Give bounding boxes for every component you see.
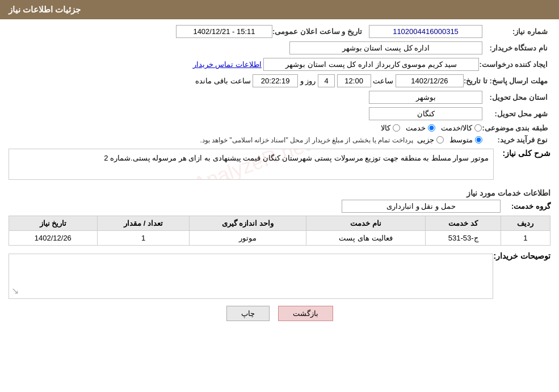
service-group-row: گروه خدمت: حمل و نقل و انبارداری xyxy=(9,200,550,213)
category-kala-khadamat-item: کالا/خدمت xyxy=(441,124,482,132)
purchase-type-row: نوع فرآیند خرید: متوسط جزیی پرداخت تمام … xyxy=(9,136,550,144)
col-name: نام خدمت xyxy=(306,216,426,231)
purchase-jozii-label: جزیی xyxy=(417,136,434,144)
cell-row: 1 xyxy=(501,231,550,246)
creator-label: ایجاد کننده درخواست: xyxy=(479,60,550,69)
creator-value: سید کریم موسوی کاربرداز اداره کل پست است… xyxy=(263,58,479,71)
cell-name: فعالیت های پست xyxy=(306,231,426,246)
print-button[interactable]: چاپ xyxy=(226,306,270,321)
deadline-label: مهلت ارسال پاسخ: تا تاریخ: xyxy=(464,77,550,85)
category-kala-label: کالا xyxy=(381,124,390,132)
province-label: استان محل تحویل: xyxy=(482,93,550,102)
service-group-label: گروه خدمت: xyxy=(505,202,550,210)
cell-date: 1402/12/26 xyxy=(9,231,98,246)
services-table: ردیف کد خدمت نام خدمت واحد اندازه گیری ت… xyxy=(9,216,550,246)
deadline-time: 12:00 xyxy=(337,74,371,87)
category-kala-khadamat-radio[interactable] xyxy=(474,124,482,132)
purchase-motawaset-label: متوسط xyxy=(449,136,473,144)
purchase-note: پرداخت تمام یا بخشی از مبلغ خریدار از مح… xyxy=(200,136,413,144)
deadline-date: 1402/12/26 xyxy=(396,74,464,87)
city-value: کنگان xyxy=(369,107,482,120)
purchase-radio-group: متوسط جزیی xyxy=(417,136,482,144)
announce-date-label: تاریخ و ساعت اعلان عمومی: xyxy=(272,27,365,36)
contact-link[interactable]: اطلاعات تماس خریدار xyxy=(193,60,262,69)
need-number-label: شماره نیاز: xyxy=(482,27,550,36)
category-kala-item: کالا xyxy=(381,124,400,132)
purchase-jozii-item: جزیی xyxy=(417,136,444,144)
col-quantity: تعداد / مقدار xyxy=(97,216,190,231)
deadline-days: 4 xyxy=(318,74,335,87)
org-name-label: نام دستگاه خریدار: xyxy=(482,44,550,52)
category-khadamat-item: خدمت xyxy=(406,124,435,132)
announce-date-value: 1402/12/21 - 15:11 xyxy=(176,25,272,38)
category-row: طبقه بندی موضوعی: کالا/خدمت خدمت کالا xyxy=(9,124,550,132)
narration-label: شرح کلی نیاز: xyxy=(494,149,550,158)
buyer-desc-row: توصیحات خریدار: ↘ xyxy=(9,251,550,299)
city-label: شهر محل تحویل: xyxy=(482,109,550,118)
table-row: 1ج-53-531فعالیت های پستموتور11402/12/26 xyxy=(9,231,550,246)
col-unit: واحد اندازه گیری xyxy=(190,216,306,231)
header-title: جزئیات اطلاعات نیاز xyxy=(9,5,81,14)
category-label: طبقه بندی موضوعی: xyxy=(482,124,550,132)
category-radio-group: کالا/خدمت خدمت کالا xyxy=(381,124,482,132)
cell-unit: موتور xyxy=(190,231,306,246)
province-row: استان محل تحویل: بوشهر xyxy=(9,91,550,104)
narration-text: موتور سوار مسلط به منطقه جهت توزیع مرسول… xyxy=(14,154,489,162)
col-row: ردیف xyxy=(501,216,550,231)
buyer-desc-label: توصیحات خریدار: xyxy=(493,251,550,260)
category-kala-radio[interactable] xyxy=(393,124,400,132)
category-khadamat-label: خدمت xyxy=(406,124,426,132)
cell-code: ج-53-531 xyxy=(426,231,501,246)
category-kala-khadamat-label: کالا/خدمت xyxy=(441,124,473,132)
service-group-value: حمل و نقل و انبارداری xyxy=(342,200,501,213)
need-number-row: شماره نیاز: 1102004416000315 تاریخ و ساع… xyxy=(9,25,550,38)
deadline-remaining-label: ساعت باقی مانده xyxy=(195,77,250,85)
org-name-row: نام دستگاه خریدار: اداره کل پست استان بو… xyxy=(9,41,550,54)
buttons-row: بازگشت چاپ xyxy=(9,306,550,321)
deadline-row: مهلت ارسال پاسخ: تا تاریخ: 1402/12/26 سا… xyxy=(9,74,550,87)
table-header: ردیف کد خدمت نام خدمت واحد اندازه گیری ت… xyxy=(9,216,550,231)
narration-row: شرح کلی نیاز: موتور سوار مسلط به منطقه ج… xyxy=(9,149,550,183)
cell-quantity: 1 xyxy=(97,231,190,246)
resize-icon: ↘ xyxy=(11,285,19,296)
table-body: 1ج-53-531فعالیت های پستموتور11402/12/26 xyxy=(9,231,550,246)
deadline-days-label: روز و xyxy=(300,77,316,85)
deadline-time-label: ساعت xyxy=(373,77,393,85)
page-header: جزئیات اطلاعات نیاز xyxy=(0,0,559,19)
city-row: شهر محل تحویل: کنگان xyxy=(9,107,550,120)
purchase-motawaset-radio[interactable] xyxy=(475,136,482,144)
province-value: بوشهر xyxy=(369,91,482,104)
col-date: تاریخ نیاز xyxy=(9,216,98,231)
col-code: کد خدمت xyxy=(426,216,501,231)
back-button[interactable]: بازگشت xyxy=(278,306,333,321)
purchase-motawaset-item: متوسط xyxy=(449,136,482,144)
purchase-jozii-radio[interactable] xyxy=(436,136,444,144)
purchase-type-label: نوع فرآیند خرید: xyxy=(482,136,550,144)
need-number-value: 1102004416000315 xyxy=(369,25,482,38)
category-khadamat-radio[interactable] xyxy=(428,124,435,132)
org-name-value: اداره کل پست استان بوشهر xyxy=(289,41,482,54)
deadline-remaining: 20:22:19 xyxy=(253,74,298,87)
services-section-title: اطلاعات خدمات مورد نیاز xyxy=(9,188,550,197)
creator-row: ایجاد کننده درخواست: سید کریم موسوی کارب… xyxy=(9,58,550,71)
buyer-desc-box: ↘ xyxy=(9,254,493,299)
